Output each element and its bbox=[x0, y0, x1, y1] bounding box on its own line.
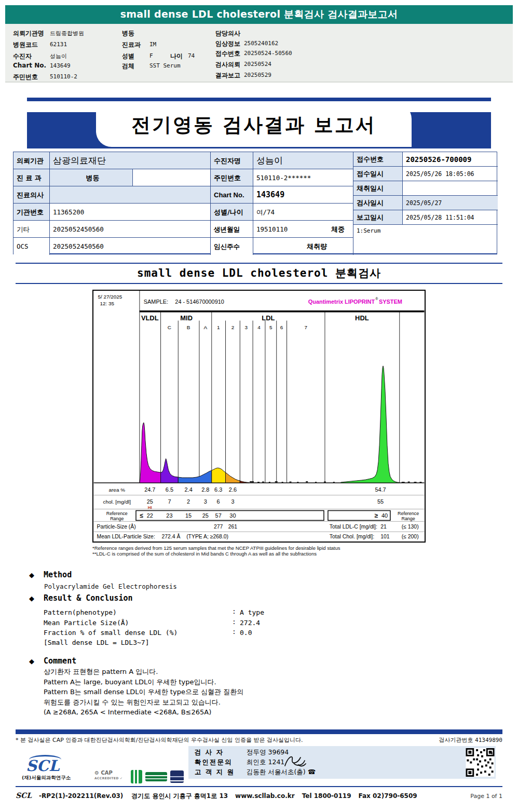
signature-icon bbox=[283, 752, 307, 770]
banner-title: 전기영동 검사결과 보고서 bbox=[131, 112, 376, 138]
region-label-vldl: VLDL bbox=[141, 314, 159, 322]
region-label-ldl: LDL bbox=[262, 314, 275, 322]
staff-signature-block: 검 사 자 정두영 39694 확인전문의 최인호 1241 고 객 지 원 김… bbox=[188, 746, 496, 779]
particle-size-label: Particle-Size (Å) bbox=[97, 523, 136, 530]
scl-logo: SCL (재)서울의과학연구소 bbox=[22, 756, 89, 783]
info-label: 수진자 bbox=[13, 52, 32, 61]
particle-size-value: 261 bbox=[228, 524, 238, 530]
info-value: SST Serum bbox=[149, 62, 181, 69]
info-label: 검체 bbox=[122, 62, 134, 71]
table-value: 2025052450560 bbox=[50, 221, 211, 238]
band-label: 2 bbox=[231, 324, 235, 330]
table-value: 143649 bbox=[253, 186, 353, 204]
total-chol-ref: (≤ 200) bbox=[402, 534, 419, 539]
info-value: 74 bbox=[188, 52, 195, 59]
method-body: Polyacrylamide Gel Electrophoresis bbox=[44, 583, 177, 590]
info-label: 담당의사 bbox=[215, 29, 240, 38]
info-value: IM bbox=[149, 41, 156, 48]
ref-value: 15 bbox=[185, 512, 192, 519]
result-title: Result & Conclusion bbox=[44, 593, 133, 603]
comment-body: 상기환자 표현형은 pattern A 입니다. Pattern A는 larg… bbox=[44, 667, 324, 718]
table-label: 진 료 과 bbox=[13, 169, 50, 186]
table-label: 진료의사 bbox=[13, 186, 50, 204]
doc-code: -RP2(1)-202211(Rev.03) bbox=[39, 792, 123, 800]
band-label: B bbox=[187, 324, 190, 330]
result-row-colon: : bbox=[232, 618, 236, 626]
mean-size-value: 272.4 Å bbox=[162, 533, 181, 539]
chart-footnote-1: *Reference ranges derived from 125 serum… bbox=[92, 545, 340, 551]
chol-value: 3 bbox=[204, 498, 207, 505]
brand-name: Quantimetrix LIPOPRINT bbox=[308, 299, 375, 305]
table-label: 보고일시 bbox=[353, 210, 403, 225]
info-label: 나이 bbox=[170, 52, 183, 61]
page-number: Page 1 of 1 bbox=[470, 793, 502, 800]
table-value: 11365200 bbox=[50, 204, 211, 221]
table-value: 2025052450560 bbox=[50, 238, 211, 255]
area-value: 6.5 bbox=[166, 486, 173, 493]
scl-wordmark: SCL bbox=[16, 791, 32, 800]
staff-value: 최인호 1241 bbox=[247, 758, 284, 767]
staff-label: 검 사 자 bbox=[195, 748, 224, 756]
chol-value: 2 bbox=[187, 498, 190, 505]
info-label: 주민번호 bbox=[13, 73, 38, 82]
report-page: small dense LDL cholesterol 분획검사 검사결과보고서… bbox=[0, 0, 518, 812]
table-value: 병동 bbox=[50, 169, 133, 186]
accreditation-logo-eqa bbox=[145, 772, 167, 781]
info-value: 143649 bbox=[50, 62, 71, 69]
total-ldl-ref: (≤ 130) bbox=[402, 524, 419, 530]
accreditation-logo-green bbox=[131, 770, 142, 783]
ref-value: 25 bbox=[202, 512, 209, 519]
ref-value: 22 bbox=[147, 512, 153, 519]
address-text: 경기도 용인시 기흥구 흥덕1로 13 bbox=[131, 792, 228, 801]
table-value: 2025/05/28 11:51:04 bbox=[403, 210, 498, 225]
result-row-value: A type bbox=[240, 608, 264, 616]
band-label: A bbox=[204, 324, 208, 330]
fax-text: Fax 02)790-6509 bbox=[359, 792, 417, 800]
result-row-value: 272.4 bbox=[240, 619, 260, 627]
table-label: Chart No. bbox=[211, 186, 253, 204]
banner-title-box: 전기영동 검사결과 보고서 bbox=[96, 103, 412, 147]
comment-line: 위험도를 증가시킬 수 있는 위험인자로 보고되고 있습니다. bbox=[44, 697, 324, 708]
certification-text: * 본 검사실은 CAP 인증과 대한진단검사의학회/진단검사의학재단의 우수검… bbox=[16, 736, 303, 744]
address-row: SCL-RP2(1)-202211(Rev.03) 경기도 용인시 기흥구 흥덕… bbox=[16, 791, 502, 801]
chol-value: 55 bbox=[377, 498, 384, 505]
comment-line: (A ≥268A, 265A < Intermediate <268A, B≤2… bbox=[44, 707, 324, 718]
footer-rule bbox=[16, 729, 502, 734]
table-label: 기관번호 bbox=[13, 204, 50, 221]
total-ldl-value: 21 bbox=[380, 524, 387, 530]
band-label: C bbox=[168, 324, 171, 330]
area-row-label: area % bbox=[109, 487, 126, 493]
table-value: 2025/05/27 bbox=[403, 196, 498, 210]
staff-label: 확인전문의 bbox=[195, 758, 233, 766]
info-value: 성늠이 bbox=[50, 52, 67, 60]
chart-footnote-2: **LDL-C is comprised of the sum of chole… bbox=[92, 551, 317, 557]
chol-row-label: chol. [mg/dl] bbox=[103, 499, 131, 505]
patient-table: 의뢰기관 삼광의료재단 진 료 과 병동 진료의사 기관번호 11365200 … bbox=[13, 152, 497, 254]
scl-logo-text: SCL bbox=[26, 757, 59, 775]
table-value bbox=[253, 238, 353, 255]
less-equal-icon: ≤ bbox=[140, 512, 144, 519]
table-label: 수진자명 bbox=[211, 152, 253, 169]
tel-text: Tel 1800-0119 bbox=[302, 792, 351, 800]
info-value: F bbox=[149, 52, 153, 59]
band-label: 6 bbox=[280, 324, 283, 330]
info-value: 2505240162 bbox=[244, 40, 278, 47]
region-label-mid: MID bbox=[180, 314, 193, 322]
scl-logo-subtext: (재)서울의과학연구소 bbox=[22, 775, 71, 781]
table-label: 임신주수 bbox=[211, 238, 253, 255]
result-row-value: 0.0 bbox=[240, 629, 252, 637]
info-label: 병동 bbox=[122, 29, 134, 38]
table-label: 성별/나이 bbox=[211, 204, 253, 221]
info-label: Chart No. bbox=[13, 62, 46, 69]
ref-value-hdl: 40 bbox=[381, 512, 388, 519]
table-label: 의뢰기관 bbox=[13, 152, 50, 169]
chart-time: 12: 35 bbox=[100, 301, 115, 306]
ref-value: 23 bbox=[166, 512, 172, 519]
comment-line: Pattern A는 large, buoyant LDL이 우세한 type입… bbox=[44, 677, 324, 687]
diamond-bullet-icon: ◆ bbox=[29, 657, 34, 665]
hi-flag: HI bbox=[148, 505, 152, 510]
sample-label: SAMPLE: bbox=[144, 299, 168, 305]
patient-info-panel: 의뢰기관명 드림종합병원 병원코드 62131 수진자 성늠이 Chart No… bbox=[5, 24, 513, 83]
result-row-label: Fraction % of small dense LDL (%) bbox=[44, 629, 178, 637]
info-value: 20250524 bbox=[244, 61, 271, 67]
